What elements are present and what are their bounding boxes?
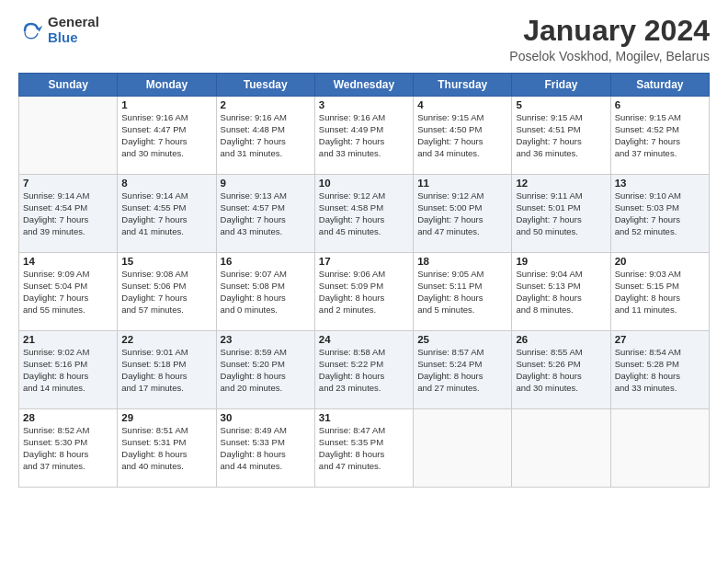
day-number: 20	[615, 256, 705, 267]
logo-blue-text: Blue	[48, 30, 99, 46]
day-number: 21	[23, 334, 113, 345]
day-info: Sunrise: 9:14 AM Sunset: 4:55 PM Dayligh…	[121, 190, 211, 237]
calendar-day-18: 18Sunrise: 9:05 AM Sunset: 5:11 PM Dayli…	[414, 253, 512, 331]
calendar-day-19: 19Sunrise: 9:04 AM Sunset: 5:13 PM Dayli…	[512, 253, 610, 331]
day-info: Sunrise: 9:13 AM Sunset: 4:57 PM Dayligh…	[221, 190, 311, 237]
day-number: 11	[417, 178, 507, 189]
day-header-saturday: Saturday	[610, 74, 709, 97]
day-number: 13	[615, 178, 705, 189]
day-number: 9	[221, 178, 311, 189]
day-info: Sunrise: 9:16 AM Sunset: 4:49 PM Dayligh…	[319, 112, 409, 159]
day-info: Sunrise: 9:06 AM Sunset: 5:09 PM Dayligh…	[319, 269, 409, 316]
calendar-day-empty	[414, 409, 512, 488]
page: General Blue January 2024 Poselok Voskho…	[0, 0, 728, 563]
calendar-day-empty	[610, 409, 709, 488]
day-number: 27	[615, 334, 705, 345]
day-header-sunday: Sunday	[19, 74, 118, 97]
calendar-day-7: 7Sunrise: 9:14 AM Sunset: 4:54 PM Daylig…	[19, 175, 118, 253]
day-info: Sunrise: 8:51 AM Sunset: 5:31 PM Dayligh…	[121, 425, 211, 472]
day-number: 29	[121, 412, 211, 423]
day-header-thursday: Thursday	[414, 74, 512, 97]
day-number: 28	[23, 412, 113, 423]
calendar-week-4: 21Sunrise: 9:02 AM Sunset: 5:16 PM Dayli…	[19, 331, 710, 409]
calendar-day-27: 27Sunrise: 8:54 AM Sunset: 5:28 PM Dayli…	[610, 331, 709, 409]
day-number: 5	[516, 99, 606, 110]
calendar-day-13: 13Sunrise: 9:10 AM Sunset: 5:03 PM Dayli…	[610, 175, 709, 253]
calendar-day-12: 12Sunrise: 9:11 AM Sunset: 5:01 PM Dayli…	[512, 175, 610, 253]
day-number: 15	[121, 256, 211, 267]
calendar-day-24: 24Sunrise: 8:58 AM Sunset: 5:22 PM Dayli…	[314, 331, 413, 409]
day-info: Sunrise: 8:57 AM Sunset: 5:24 PM Dayligh…	[417, 347, 507, 394]
calendar-day-14: 14Sunrise: 9:09 AM Sunset: 5:04 PM Dayli…	[19, 253, 118, 331]
day-header-wednesday: Wednesday	[314, 74, 413, 97]
calendar-day-16: 16Sunrise: 9:07 AM Sunset: 5:08 PM Dayli…	[216, 253, 314, 331]
day-number: 25	[417, 334, 507, 345]
day-info: Sunrise: 9:03 AM Sunset: 5:15 PM Dayligh…	[615, 269, 705, 316]
day-info: Sunrise: 9:02 AM Sunset: 5:16 PM Dayligh…	[23, 347, 113, 394]
calendar-day-6: 6Sunrise: 9:15 AM Sunset: 4:52 PM Daylig…	[610, 97, 709, 175]
day-info: Sunrise: 9:15 AM Sunset: 4:50 PM Dayligh…	[417, 112, 507, 159]
calendar-day-29: 29Sunrise: 8:51 AM Sunset: 5:31 PM Dayli…	[118, 409, 216, 488]
day-number: 22	[121, 334, 211, 345]
day-number: 31	[319, 412, 409, 423]
calendar-day-21: 21Sunrise: 9:02 AM Sunset: 5:16 PM Dayli…	[19, 331, 118, 409]
day-info: Sunrise: 9:15 AM Sunset: 4:52 PM Dayligh…	[615, 112, 705, 159]
day-info: Sunrise: 8:47 AM Sunset: 5:35 PM Dayligh…	[319, 425, 409, 472]
day-header-friday: Friday	[512, 74, 610, 97]
day-number: 30	[221, 412, 311, 423]
day-number: 12	[516, 178, 606, 189]
calendar-day-1: 1Sunrise: 9:16 AM Sunset: 4:47 PM Daylig…	[118, 97, 216, 175]
day-number: 17	[319, 256, 409, 267]
day-info: Sunrise: 9:07 AM Sunset: 5:08 PM Dayligh…	[221, 269, 311, 316]
logo-icon	[18, 17, 44, 43]
day-number: 6	[615, 99, 705, 110]
day-info: Sunrise: 8:54 AM Sunset: 5:28 PM Dayligh…	[615, 347, 705, 394]
calendar-week-5: 28Sunrise: 8:52 AM Sunset: 5:30 PM Dayli…	[19, 409, 710, 488]
day-info: Sunrise: 9:14 AM Sunset: 4:54 PM Dayligh…	[23, 190, 113, 237]
calendar-day-28: 28Sunrise: 8:52 AM Sunset: 5:30 PM Dayli…	[19, 409, 118, 488]
calendar-day-2: 2Sunrise: 9:16 AM Sunset: 4:48 PM Daylig…	[216, 97, 314, 175]
day-number: 4	[417, 99, 507, 110]
day-info: Sunrise: 8:49 AM Sunset: 5:33 PM Dayligh…	[221, 425, 311, 472]
calendar-day-4: 4Sunrise: 9:15 AM Sunset: 4:50 PM Daylig…	[414, 97, 512, 175]
day-number: 23	[221, 334, 311, 345]
calendar-week-2: 7Sunrise: 9:14 AM Sunset: 4:54 PM Daylig…	[19, 175, 710, 253]
calendar-day-20: 20Sunrise: 9:03 AM Sunset: 5:15 PM Dayli…	[610, 253, 709, 331]
day-info: Sunrise: 9:01 AM Sunset: 5:18 PM Dayligh…	[121, 347, 211, 394]
header: General Blue January 2024 Poselok Voskho…	[18, 15, 710, 63]
day-info: Sunrise: 8:59 AM Sunset: 5:20 PM Dayligh…	[221, 347, 311, 394]
day-info: Sunrise: 9:04 AM Sunset: 5:13 PM Dayligh…	[516, 269, 606, 316]
logo-text: General Blue	[48, 15, 99, 45]
day-info: Sunrise: 9:09 AM Sunset: 5:04 PM Dayligh…	[23, 269, 113, 316]
day-number: 16	[221, 256, 311, 267]
day-info: Sunrise: 9:16 AM Sunset: 4:48 PM Dayligh…	[221, 112, 311, 159]
day-number: 2	[221, 99, 311, 110]
calendar-day-empty	[19, 97, 118, 175]
day-header-tuesday: Tuesday	[216, 74, 314, 97]
day-header-monday: Monday	[118, 74, 216, 97]
day-info: Sunrise: 9:11 AM Sunset: 5:01 PM Dayligh…	[516, 190, 606, 237]
day-info: Sunrise: 9:15 AM Sunset: 4:51 PM Dayligh…	[516, 112, 606, 159]
calendar-header: SundayMondayTuesdayWednesdayThursdayFrid…	[19, 74, 710, 97]
day-info: Sunrise: 9:12 AM Sunset: 5:00 PM Dayligh…	[417, 190, 507, 237]
calendar-day-17: 17Sunrise: 9:06 AM Sunset: 5:09 PM Dayli…	[314, 253, 413, 331]
header-row: SundayMondayTuesdayWednesdayThursdayFrid…	[19, 74, 710, 97]
day-number: 3	[319, 99, 409, 110]
day-number: 1	[121, 99, 211, 110]
calendar-table: SundayMondayTuesdayWednesdayThursdayFrid…	[18, 73, 710, 488]
calendar-day-25: 25Sunrise: 8:57 AM Sunset: 5:24 PM Dayli…	[414, 331, 512, 409]
day-number: 18	[417, 256, 507, 267]
month-title: January 2024	[509, 15, 710, 47]
day-number: 14	[23, 256, 113, 267]
calendar-week-1: 1Sunrise: 9:16 AM Sunset: 4:47 PM Daylig…	[19, 97, 710, 175]
day-number: 8	[121, 178, 211, 189]
calendar-day-23: 23Sunrise: 8:59 AM Sunset: 5:20 PM Dayli…	[216, 331, 314, 409]
day-number: 19	[516, 256, 606, 267]
calendar-day-11: 11Sunrise: 9:12 AM Sunset: 5:00 PM Dayli…	[414, 175, 512, 253]
calendar-day-22: 22Sunrise: 9:01 AM Sunset: 5:18 PM Dayli…	[118, 331, 216, 409]
day-info: Sunrise: 9:16 AM Sunset: 4:47 PM Dayligh…	[121, 112, 211, 159]
day-info: Sunrise: 8:55 AM Sunset: 5:26 PM Dayligh…	[516, 347, 606, 394]
logo-general-text: General	[48, 15, 99, 30]
calendar-week-3: 14Sunrise: 9:09 AM Sunset: 5:04 PM Dayli…	[19, 253, 710, 331]
day-number: 10	[319, 178, 409, 189]
